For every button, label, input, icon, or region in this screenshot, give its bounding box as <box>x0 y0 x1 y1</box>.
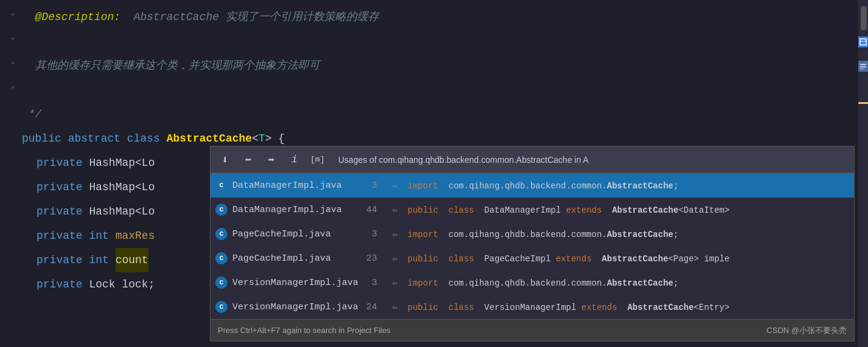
item-filename-1: DataManagerImpl.java <box>232 180 354 191</box>
minimap-btn-list[interactable] <box>858 61 868 72</box>
item-icon-4: C <box>215 252 227 264</box>
status-text: Press Ctrl+Alt+F7 again to search in Pro… <box>218 326 391 335</box>
watermark: CSDN @小张不要头秃 <box>766 325 847 336</box>
popup-status: Press Ctrl+Alt+F7 again to search in Pro… <box>210 319 854 341</box>
item-icon-2: C <box>215 204 227 216</box>
popup-item-6[interactable]: C VersionManagerImpl.java 24 ⇦ public cl… <box>210 295 854 319</box>
svg-rect-0 <box>860 39 866 45</box>
item-content-2: ⇦ public class DataManagerImpl extends A… <box>382 205 849 215</box>
comment-text-1: AbstractCache 实现了一个引用计数策略的缓存 <box>134 11 379 23</box>
item-content-3: ⇦ import com.qihang.qhdb.backend.common.… <box>382 229 849 239</box>
item-linenum-1: 3 <box>359 180 377 191</box>
gutter-2: * <box>10 29 19 53</box>
code-line-2: * <box>0 29 858 53</box>
item-content-1: ⇦ import com.qihang.qhdb.backend.common.… <box>382 180 849 191</box>
item-linenum-5: 3 <box>359 278 377 288</box>
item-filename-2: DataManagerImpl.java <box>232 205 354 215</box>
item-filename-3: PageCacheImpl.java <box>232 229 354 239</box>
autocomplete-popup: ⬇ ⬅ ➡ i [m] Usages of com.qihang.qhdb.ba… <box>210 146 855 342</box>
svg-rect-4 <box>860 69 864 69</box>
code-line-4: * <box>0 78 858 102</box>
item-filename-5: VersionManagerImpl.java <box>232 278 354 288</box>
item-filename-6: VersionManagerImpl.java <box>232 302 354 312</box>
code-line-1: * @Description: AbstractCache 实现了一个引用计数策… <box>0 5 858 29</box>
item-icon-1: C <box>215 179 227 191</box>
popup-item-1[interactable]: C DataManagerImpl.java 3 ⇦ import com.qi… <box>210 173 854 198</box>
toolbar-btn-left[interactable]: ⬅ <box>238 150 258 170</box>
gutter-4: * <box>10 78 19 102</box>
popup-list[interactable]: C DataManagerImpl.java 3 ⇦ import com.qi… <box>210 173 854 319</box>
code-line-3: * 其他的缓存只需要继承这个类，并实现那两个抽象方法即可 <box>0 53 858 78</box>
field-maxres: maxRes <box>116 224 155 248</box>
popup-toolbar: ⬇ ⬅ ➡ i [m] Usages of com.qihang.qhdb.ba… <box>210 146 854 173</box>
item-content-4: ⇦ public class PageCacheImpl extends Abs… <box>382 253 849 264</box>
toolbar-btn-right[interactable]: ➡ <box>262 150 281 170</box>
gutter-5 <box>10 102 19 126</box>
popup-item-2[interactable]: C DataManagerImpl.java 44 ⇦ public class… <box>210 198 854 222</box>
field-count-highlight: count <box>116 248 148 272</box>
gutter-3: * <box>10 53 19 78</box>
comment-text-3: 其他的缓存只需要继承这个类，并实现那两个抽象方法即可 <box>22 53 320 78</box>
item-linenum-2: 44 <box>359 205 377 215</box>
svg-rect-2 <box>860 64 866 65</box>
svg-rect-3 <box>860 66 866 67</box>
item-linenum-6: 24 <box>359 302 377 312</box>
toolbar-btn-m[interactable]: [m] <box>308 150 327 170</box>
item-linenum-3: 3 <box>359 229 377 239</box>
popup-item-4[interactable]: C PageCacheImpl.java 23 ⇦ public class P… <box>210 246 854 270</box>
at-desc: @Description: <box>35 11 120 23</box>
gutter-6 <box>10 126 19 151</box>
item-linenum-4: 23 <box>359 253 377 264</box>
item-icon-3: C <box>215 228 227 240</box>
minimap-btn-image[interactable] <box>858 36 868 47</box>
item-content-5: ⇦ import com.qihang.qhdb.backend.common.… <box>382 278 849 288</box>
scrollbar-line <box>858 102 868 104</box>
scrollbar-thumb[interactable] <box>861 6 867 30</box>
kw-class: class <box>127 126 160 151</box>
gutter-1: * <box>10 5 19 29</box>
item-icon-5: C <box>215 277 227 289</box>
item-filename-4: PageCacheImpl.java <box>232 253 354 264</box>
toolbar-btn-down[interactable]: ⬇ <box>215 150 235 170</box>
code-line-5: */ <box>0 102 858 126</box>
item-icon-6: C <box>215 301 227 313</box>
popup-item-3[interactable]: C PageCacheImpl.java 3 ⇦ import com.qiha… <box>210 222 854 246</box>
toolbar-btn-info[interactable]: i <box>285 150 304 170</box>
item-content-6: ⇦ public class VersionManagerImpl extend… <box>382 302 849 312</box>
kw-public: public <box>22 126 61 151</box>
kw-abstract: abstract <box>68 126 120 151</box>
scrollbar-area[interactable] <box>858 0 868 347</box>
popup-item-5[interactable]: C VersionManagerImpl.java 3 ⇦ import com… <box>210 270 854 295</box>
comment-close: */ <box>22 102 41 126</box>
popup-toolbar-label: Usages of com.qihang.qhdb.backend.common… <box>338 155 589 165</box>
